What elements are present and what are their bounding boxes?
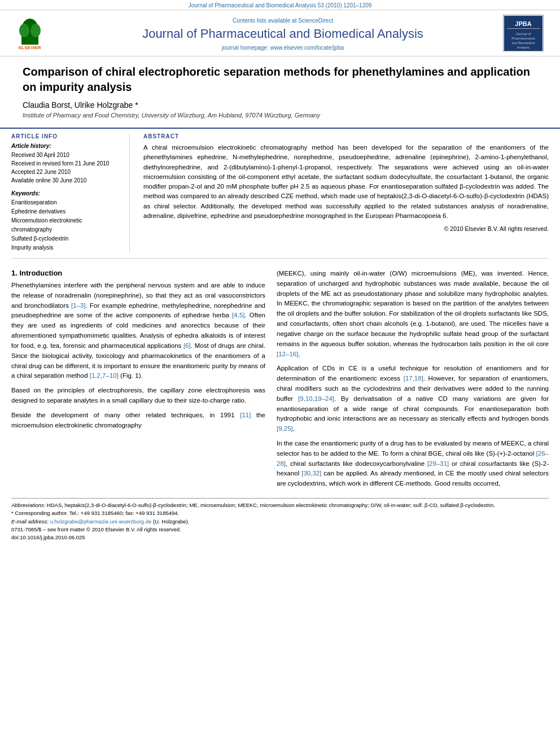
svg-text:Analysis: Analysis [517,46,530,49]
contents-available-line: Contents lists available at ScienceDirec… [233,18,333,24]
ref-12-16: [12–16] [277,351,298,357]
journal-citation: Journal of Pharmaceutical and Biomedical… [0,0,560,10]
ref-9-25: [9,25] [277,425,293,432]
article-info-abstract-section: Article Info Article history: Received 3… [0,128,560,252]
right-content-column: (MEEKC), using mainly oil-in-water (O/W)… [277,269,549,493]
revised-date: Received in revised form 21 June 2010 [11,159,121,168]
available-date: Available online 30 June 2010 [11,176,121,185]
ref-30-32: [30,32] [301,470,321,477]
journal-header: ELSEVIER Contents lists available at Sci… [0,10,560,56]
intro-paragraph-2: Based on the principles of electrophores… [11,386,265,406]
keywords-label: Keywords: [11,190,121,196]
affiliation: Institute of Pharmacy and Food Chemistry… [23,112,537,119]
email-label: E-mail address: [11,518,49,525]
keyword-1: Enantioseparation [11,198,121,207]
email-address[interactable]: u.holzgrabe@pharmazie.uni-wuerzburg.de [50,518,152,525]
jpba-logo-svg: JPBA Journal of Pharmaceutical and Biome… [504,16,542,51]
history-label: Article history: [11,143,121,149]
keywords-section: Keywords: Enantioseparation Ephedrine de… [11,190,121,252]
article-info-heading: Article Info [11,133,121,139]
svg-point-3 [30,24,41,37]
keyword-4: Sulfated β-cyclodextrin [11,234,121,243]
journal-homepage-line: journal homepage: www.elsevier.com/locat… [222,45,344,51]
jpba-logo: JPBA Journal of Pharmaceutical and Biome… [503,15,544,51]
received-date: Received 30 April 2010 [11,151,121,159]
intro-paragraph-3: Beside the development of many other rel… [11,410,265,431]
keyword-3b: chromatography [11,225,121,234]
ref-6: [6] [183,342,191,349]
ref-1-2-7-10: [1,2,7–10] [90,372,119,379]
article-info-column: Article Info Article history: Received 3… [11,133,130,252]
intro-title-text: Introduction [19,269,62,277]
svg-point-2 [19,24,29,37]
intro-title: 1. Introduction [11,269,265,277]
left-content-column: 1. Introduction Phenethylamines interfer… [11,269,265,493]
abbreviations-text: HDAS, heptakis(2,3-di-O-diacetyl-6-O-sul… [47,502,495,508]
elsevier-logo-container: ELSEVIER [11,15,68,56]
main-content: 1. Introduction Phenethylamines interfer… [0,264,560,493]
keyword-2: Ephedrine derivatives [11,207,121,216]
ref-4-5: [4,5] [232,312,244,318]
abstract-column: Abstract A chiral microemulsion electrok… [141,133,549,252]
elsevier-logo: ELSEVIER [16,16,64,50]
abbreviations-line: Abbreviations: HDAS, heptakis(2,3-di-O-d… [11,501,549,509]
right-paragraph-3: In the case the enantiomeric purity of a… [277,439,549,489]
abstract-text: A chiral microemulsion electrokinetic ch… [143,143,549,221]
sciencedirect-link[interactable]: ScienceDirect [298,18,333,24]
abbreviations-label: Abbreviations: [11,502,45,508]
ref-29-31: [29–31] [427,460,449,467]
intro-number: 1. [11,269,18,277]
right-paragraph-2: Application of CDs in CE is a useful tec… [277,364,549,434]
topbar-text: Journal of Pharmaceutical and Biomedical… [189,2,372,8]
accepted-date: Accepted 22 June 2010 [11,168,121,176]
abstract-heading: Abstract [143,133,549,139]
ref-9-10-19-24: [9,10,19–24] [298,395,334,402]
keyword-5: Impurity analysis [11,243,121,252]
svg-text:JPBA: JPBA [515,20,531,27]
svg-text:ELSEVIER: ELSEVIER [19,45,41,50]
svg-text:and Biomedical: and Biomedical [511,41,535,45]
article-title-section: Comparison of chiral electrophoretic sep… [0,56,560,128]
issn-line: 0731-7085/$ – see front matter © 2010 El… [11,526,549,534]
keyword-3: Microemulsion electrokinetic [11,216,121,225]
article-title: Comparison of chiral electrophoretic sep… [23,64,537,95]
ref-1-3: [1–3] [71,302,86,309]
svg-text:Pharmaceutical: Pharmaceutical [511,37,535,40]
email-suffix: (U. Holzgrabe). [153,518,189,525]
ref-26-28: [26–28] [277,450,549,467]
journal-title-container: Contents lists available at ScienceDirec… [68,15,498,56]
jpba-logo-container: JPBA Journal of Pharmaceutical and Biome… [498,15,549,56]
copyright-line: © 2010 Elsevier B.V. All rights reserved… [143,225,549,232]
page: Journal of Pharmaceutical and Biomedical… [0,0,560,747]
intro-paragraph-1: Phenethylamines interfere with the perip… [11,281,265,381]
contents-text: Contents lists available at [233,18,296,24]
corresponding-author-line: * Corresponding author. Tel.: +49 931 31… [11,509,549,517]
svg-rect-7 [507,28,540,29]
svg-text:Journal of: Journal of [516,32,531,36]
ref-11: [11] [240,412,251,418]
right-paragraph-1: (MEEKC), using mainly oil-in-water (O/W)… [277,269,549,359]
section-divider [11,258,549,259]
doi-line: doi:10.1016/j.jpba.2010.06.025 [11,534,549,541]
authors: Claudia Borst, Ulrike Holzgrabe * [23,101,537,110]
ref-17-18: [17,18] [404,375,423,382]
email-line: E-mail address: u.holzgrabe@pharmazie.un… [11,518,549,526]
homepage-link[interactable]: www.elsevier.com/locate/jpba [270,45,344,51]
journal-title: Journal of Pharmaceutical and Biomedical… [142,26,423,42]
homepage-text: journal homepage: [222,45,269,51]
footnote-section: Abbreviations: HDAS, heptakis(2,3-di-O-d… [11,498,549,541]
